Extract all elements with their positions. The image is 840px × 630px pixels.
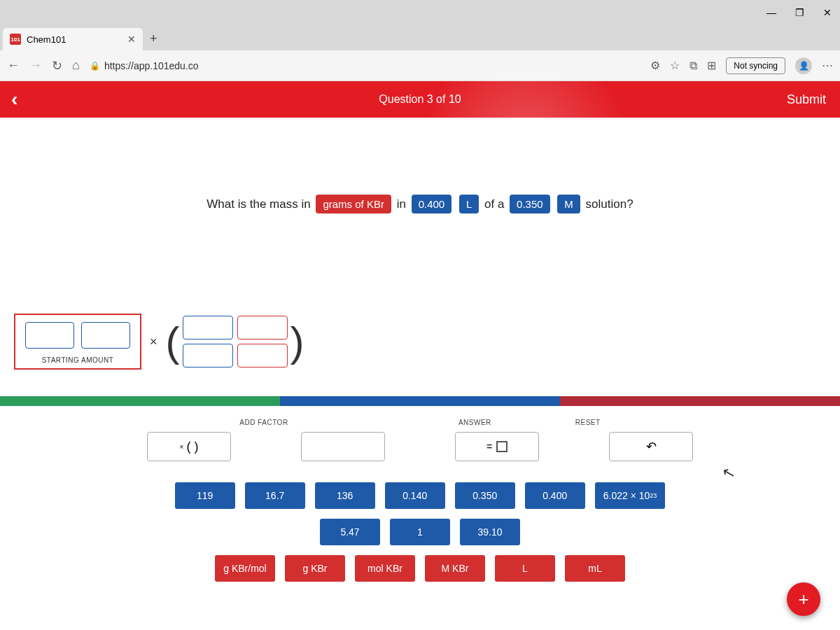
answer-display[interactable]: = [455, 432, 539, 461]
left-paren-icon: ( [166, 318, 180, 366]
unit-tile[interactable]: g KBr [285, 555, 345, 582]
question-fragment: solution? [586, 197, 634, 211]
add-factor-label: ADD FACTOR [239, 419, 288, 426]
tab-close-button[interactable]: ✕ [127, 34, 136, 45]
reset-label: RESET [575, 419, 601, 426]
number-tile-avogadro[interactable]: 6.022 × 1023 [595, 482, 666, 509]
unit-tiles-row: g KBr/molg KBrmol KBrM KBrLmL [42, 555, 798, 582]
url-text: https://app.101edu.co [104, 60, 199, 71]
browser-tab[interactable]: 101 Chem101 ✕ [3, 28, 143, 50]
number-tile[interactable]: 0.140 [385, 482, 445, 509]
nav-refresh-button[interactable]: ↻ [52, 58, 62, 74]
question-counter: Question 3 of 10 [379, 93, 461, 106]
sync-status-button[interactable]: Not syncing [726, 57, 785, 74]
blank-control[interactable] [301, 432, 385, 461]
denominator-value-slot[interactable] [183, 344, 233, 368]
question-back-button[interactable]: ‹ [0, 88, 29, 111]
number-tile[interactable]: 119 [175, 482, 235, 509]
starting-unit-slot[interactable] [81, 322, 130, 349]
more-menu-button[interactable]: ⋯ [822, 59, 833, 72]
chip-molarity-unit: M [557, 195, 580, 214]
nav-back-button[interactable]: ← [7, 58, 20, 73]
times-icon: × [180, 443, 184, 451]
tab-favicon: 101 [10, 34, 21, 45]
unit-tile[interactable]: M KBr [425, 555, 485, 582]
tab-title: Chem101 [27, 34, 66, 45]
equation-row: STARTING AMOUNT × ( ) [0, 314, 840, 370]
starting-amount-label: STARTING AMOUNT [15, 356, 140, 364]
favorites-bar-icon[interactable]: ⧉ [690, 59, 697, 72]
window-maximize-button[interactable]: ❐ [792, 6, 806, 20]
new-tab-button[interactable]: + [143, 27, 164, 50]
conversion-factor[interactable]: ( ) [166, 316, 304, 368]
numerator-unit-slot[interactable] [237, 316, 288, 340]
submit-button[interactable]: Submit [773, 92, 840, 107]
content-area: What is the mass in grams of KBr in 0.40… [0, 118, 840, 630]
number-tiles-row-1: 11916.71360.1400.3500.4006.022 × 1023 [42, 482, 798, 509]
window-minimize-button[interactable]: — [764, 6, 778, 20]
denominator-unit-slot[interactable] [237, 344, 288, 368]
number-tile[interactable]: 1 [390, 519, 450, 545]
chip-target: grams of KBr [316, 195, 391, 214]
divider-stripe [0, 396, 840, 406]
question-fragment: of a [484, 197, 504, 211]
chip-volume-value: 0.400 [412, 195, 452, 214]
window-titlebar: — ❐ ✕ [0, 0, 840, 25]
url-input[interactable]: 🔒 https://app.101edu.co [90, 60, 199, 71]
extensions-icon[interactable]: ⚙ [650, 59, 660, 72]
controls-panel: ADD FACTOR . ANSWER RESET × ( ) = ↶ 1191… [0, 419, 840, 592]
right-paren-icon: ) [290, 318, 304, 366]
unit-tile[interactable]: mol KBr [355, 555, 415, 582]
favorite-star-icon[interactable]: ☆ [670, 59, 680, 72]
chip-volume-unit: L [459, 195, 479, 214]
equals-icon: = [486, 441, 492, 452]
window-close-button[interactable]: ✕ [820, 6, 834, 20]
answer-label: ANSWER [458, 419, 491, 426]
number-tile[interactable]: 0.400 [525, 482, 585, 509]
collections-icon[interactable]: ⊞ [707, 59, 716, 72]
chip-molarity-value: 0.350 [510, 195, 550, 214]
question-fragment: What is the mass in [206, 197, 310, 211]
browser-addressbar: ← → ↻ ⌂ 🔒 https://app.101edu.co ⚙ ☆ ⧉ ⊞ … [0, 50, 840, 81]
number-tile[interactable]: 136 [315, 482, 375, 509]
numerator-value-slot[interactable] [183, 316, 233, 340]
nav-home-button[interactable]: ⌂ [72, 58, 80, 73]
unit-tile[interactable]: L [495, 555, 555, 582]
browser-tabbar: 101 Chem101 ✕ + [0, 25, 840, 50]
starting-value-slot[interactable] [25, 322, 74, 349]
nav-forward-button[interactable]: → [29, 58, 42, 73]
number-tile[interactable]: 39.10 [460, 519, 520, 545]
answer-placeholder-icon [496, 441, 507, 452]
reset-button[interactable]: ↶ [609, 432, 693, 461]
add-factor-button[interactable]: × ( ) [147, 432, 231, 461]
profile-avatar[interactable]: 👤 [795, 57, 812, 74]
lock-icon: 🔒 [90, 61, 100, 71]
app-header: ‹ Question 3 of 10 Submit [0, 81, 840, 118]
add-fab-button[interactable]: + [787, 582, 820, 616]
question-fragment: in [397, 197, 406, 211]
starting-amount-box[interactable]: STARTING AMOUNT [14, 314, 141, 370]
number-tiles-row-2: 5.47139.10 [42, 519, 798, 545]
number-tile[interactable]: 16.7 [245, 482, 305, 509]
times-icon: × [150, 335, 158, 349]
number-tile[interactable]: 0.350 [455, 482, 515, 509]
question-text: What is the mass in grams of KBr in 0.40… [0, 118, 840, 214]
number-tile[interactable]: 5.47 [320, 519, 380, 545]
unit-tile[interactable]: g KBr/mol [215, 555, 275, 582]
unit-tile[interactable]: mL [565, 555, 625, 582]
paren-icon: ( ) [186, 440, 198, 454]
